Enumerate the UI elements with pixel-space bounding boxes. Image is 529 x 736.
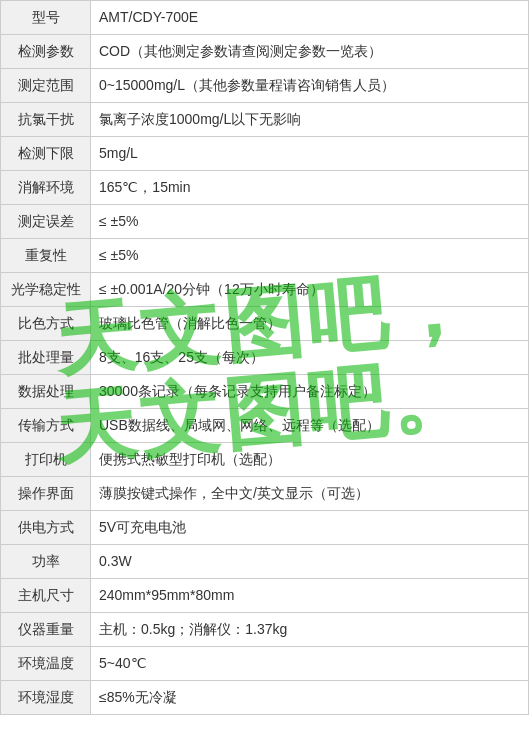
- table-row: 光学稳定性≤ ±0.001A/20分钟（12万小时寿命）: [1, 273, 529, 307]
- row-label: 重复性: [1, 239, 91, 273]
- row-value: 便携式热敏型打印机（选配）: [91, 443, 529, 477]
- row-value: ≤ ±0.001A/20分钟（12万小时寿命）: [91, 273, 529, 307]
- row-value: 240mm*95mm*80mm: [91, 579, 529, 613]
- row-label: 型号: [1, 1, 91, 35]
- table-row: 比色方式玻璃比色管（消解比色一管）: [1, 307, 529, 341]
- table-row: 功率0.3W: [1, 545, 529, 579]
- table-row: 仪器重量主机：0.5kg；消解仪：1.37kg: [1, 613, 529, 647]
- row-value: 165℃，15min: [91, 171, 529, 205]
- row-label: 检测下限: [1, 137, 91, 171]
- row-label: 传输方式: [1, 409, 91, 443]
- table-row: 型号AMT/CDY-700E: [1, 1, 529, 35]
- row-label: 仪器重量: [1, 613, 91, 647]
- row-value: ≤ ±5%: [91, 239, 529, 273]
- table-row: 测定误差≤ ±5%: [1, 205, 529, 239]
- row-label: 检测参数: [1, 35, 91, 69]
- table-row: 供电方式5V可充电电池: [1, 511, 529, 545]
- row-label: 数据处理: [1, 375, 91, 409]
- table-row: 批处理量8支、16支、25支（每次）: [1, 341, 529, 375]
- row-value: AMT/CDY-700E: [91, 1, 529, 35]
- row-label: 比色方式: [1, 307, 91, 341]
- row-label: 光学稳定性: [1, 273, 91, 307]
- row-label: 测定误差: [1, 205, 91, 239]
- table-row: 测定范围0~15000mg/L（其他参数量程请咨询销售人员）: [1, 69, 529, 103]
- row-label: 环境温度: [1, 647, 91, 681]
- row-value: 0~15000mg/L（其他参数量程请咨询销售人员）: [91, 69, 529, 103]
- row-label: 主机尺寸: [1, 579, 91, 613]
- row-value: 氯离子浓度1000mg/L以下无影响: [91, 103, 529, 137]
- row-value: 5V可充电电池: [91, 511, 529, 545]
- row-value: 薄膜按键式操作，全中文/英文显示（可选）: [91, 477, 529, 511]
- table-row: 检测下限5mg/L: [1, 137, 529, 171]
- row-label: 操作界面: [1, 477, 91, 511]
- row-label: 环境湿度: [1, 681, 91, 715]
- row-label: 供电方式: [1, 511, 91, 545]
- specs-table: 型号AMT/CDY-700E检测参数COD（其他测定参数请查阅测定参数一览表）测…: [0, 0, 529, 715]
- row-value: 5mg/L: [91, 137, 529, 171]
- row-value: 30000条记录（每条记录支持用户备注标定）: [91, 375, 529, 409]
- row-value: 玻璃比色管（消解比色一管）: [91, 307, 529, 341]
- row-value: ≤ ±5%: [91, 205, 529, 239]
- table-row: 抗氯干扰氯离子浓度1000mg/L以下无影响: [1, 103, 529, 137]
- row-value: USB数据线、局域网、网络、远程等（选配）: [91, 409, 529, 443]
- row-label: 抗氯干扰: [1, 103, 91, 137]
- row-label: 打印机: [1, 443, 91, 477]
- row-value: 0.3W: [91, 545, 529, 579]
- row-label: 批处理量: [1, 341, 91, 375]
- table-row: 传输方式USB数据线、局域网、网络、远程等（选配）: [1, 409, 529, 443]
- row-value: 5~40℃: [91, 647, 529, 681]
- table-row: 主机尺寸240mm*95mm*80mm: [1, 579, 529, 613]
- table-row: 检测参数COD（其他测定参数请查阅测定参数一览表）: [1, 35, 529, 69]
- table-row: 打印机便携式热敏型打印机（选配）: [1, 443, 529, 477]
- row-label: 功率: [1, 545, 91, 579]
- table-row: 数据处理30000条记录（每条记录支持用户备注标定）: [1, 375, 529, 409]
- table-row: 操作界面薄膜按键式操作，全中文/英文显示（可选）: [1, 477, 529, 511]
- table-row: 消解环境165℃，15min: [1, 171, 529, 205]
- row-value: ≤85%无冷凝: [91, 681, 529, 715]
- row-value: 主机：0.5kg；消解仪：1.37kg: [91, 613, 529, 647]
- table-row: 环境湿度≤85%无冷凝: [1, 681, 529, 715]
- row-label: 测定范围: [1, 69, 91, 103]
- row-value: 8支、16支、25支（每次）: [91, 341, 529, 375]
- table-row: 重复性≤ ±5%: [1, 239, 529, 273]
- row-value: COD（其他测定参数请查阅测定参数一览表）: [91, 35, 529, 69]
- row-label: 消解环境: [1, 171, 91, 205]
- table-row: 环境温度5~40℃: [1, 647, 529, 681]
